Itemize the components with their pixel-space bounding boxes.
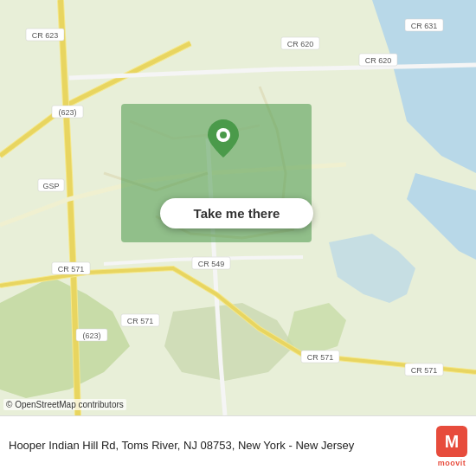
svg-text:CR 620: CR 620 [287, 40, 314, 48]
footer-bar: Hooper Indian Hill Rd, Toms River, NJ 08… [0, 415, 476, 476]
location-pin [208, 119, 239, 158]
svg-text:GSP: GSP [42, 182, 59, 190]
svg-text:(623): (623) [82, 331, 100, 340]
take-me-there-button[interactable]: Take me there [160, 198, 313, 228]
svg-text:CR 571: CR 571 [307, 353, 334, 362]
moovit-label: moovit [438, 459, 466, 467]
svg-text:CR 623: CR 623 [32, 31, 59, 40]
moovit-logo: M moovit [436, 426, 467, 467]
svg-text:CR 571: CR 571 [127, 317, 154, 325]
map-attribution: © OpenStreetMap contributors [3, 399, 126, 410]
svg-text:(623): (623) [58, 108, 76, 117]
svg-text:CR 631: CR 631 [411, 22, 438, 30]
map-view: CR 623 CR 620 CR 620 CR 631 (623) GSP CR… [0, 0, 476, 415]
svg-text:CR 571: CR 571 [58, 265, 85, 273]
svg-text:M: M [445, 432, 459, 451]
svg-point-26 [220, 132, 227, 138]
svg-text:CR 549: CR 549 [198, 260, 225, 268]
svg-text:CR 571: CR 571 [411, 366, 438, 375]
svg-text:CR 620: CR 620 [365, 56, 392, 65]
address-text: Hooper Indian Hill Rd, Toms River, NJ 08… [9, 438, 428, 453]
